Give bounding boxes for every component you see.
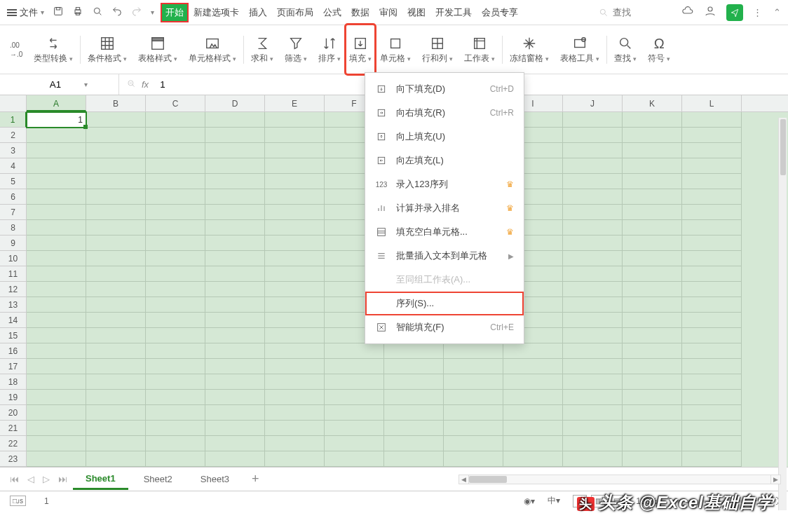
cell[interactable] — [265, 128, 325, 143]
tab-member[interactable]: 会员专享 — [477, 4, 522, 22]
cell[interactable] — [384, 405, 444, 421]
cell[interactable] — [325, 421, 384, 436]
cell[interactable] — [205, 313, 265, 328]
row-header-6[interactable]: 6 — [0, 189, 27, 205]
cell[interactable] — [563, 266, 623, 282]
table-style[interactable]: 表格样式 — [133, 25, 183, 74]
cell[interactable] — [265, 436, 325, 451]
cell[interactable] — [27, 236, 86, 251]
type-convert[interactable]: 类型转换 — [28, 25, 79, 74]
cell[interactable] — [27, 205, 86, 220]
tab-home[interactable]: 开始 — [161, 4, 188, 22]
tab-data[interactable]: 数据 — [347, 4, 374, 22]
cell[interactable] — [623, 390, 682, 405]
file-menu[interactable]: 文件 ▾ — [7, 6, 44, 19]
scroll-left-icon[interactable]: ◀ — [459, 475, 469, 484]
cell[interactable] — [503, 405, 563, 421]
cell[interactable] — [682, 220, 742, 236]
cell[interactable] — [563, 436, 623, 451]
cell[interactable] — [265, 236, 325, 251]
tab-nav-prev[interactable]: ◁ — [25, 474, 37, 484]
fill-button[interactable]: 填充 — [346, 25, 374, 74]
cell[interactable] — [563, 359, 623, 374]
cell[interactable] — [682, 451, 742, 467]
cell[interactable] — [265, 143, 325, 158]
cell[interactable] — [27, 390, 86, 405]
col-header-E[interactable]: E — [265, 95, 325, 111]
menu-item[interactable]: 填充空白单元格...♛ — [365, 220, 524, 244]
cell[interactable] — [682, 359, 742, 374]
cell[interactable] — [563, 128, 623, 143]
row-header-17[interactable]: 17 — [0, 359, 27, 374]
cell[interactable] — [563, 343, 623, 359]
cell[interactable] — [27, 282, 86, 297]
cell[interactable] — [27, 359, 86, 374]
sheet-tab-2[interactable]: Sheet2 — [131, 470, 185, 489]
cell[interactable] — [384, 390, 444, 405]
cell[interactable] — [682, 328, 742, 343]
cell[interactable] — [563, 205, 623, 220]
cell[interactable] — [682, 143, 742, 158]
cell[interactable] — [265, 451, 325, 467]
cell[interactable] — [86, 405, 146, 421]
sheet-tab-3[interactable]: Sheet3 — [188, 470, 242, 489]
cell[interactable] — [86, 143, 146, 158]
row-header-12[interactable]: 12 — [0, 282, 27, 297]
cell[interactable] — [146, 205, 205, 220]
cell[interactable] — [146, 236, 205, 251]
cell[interactable] — [205, 174, 265, 189]
row-header-5[interactable]: 5 — [0, 174, 27, 189]
cell[interactable] — [146, 451, 205, 467]
cell[interactable] — [563, 251, 623, 266]
cell[interactable] — [205, 143, 265, 158]
cell[interactable] — [623, 189, 682, 205]
cell[interactable] — [205, 251, 265, 266]
menu-item[interactable]: 序列(S)... — [365, 292, 524, 315]
cell[interactable] — [265, 313, 325, 328]
row-header-15[interactable]: 15 — [0, 328, 27, 343]
filter[interactable]: 筛选 — [279, 25, 313, 74]
cell[interactable] — [265, 174, 325, 189]
row-header-7[interactable]: 7 — [0, 205, 27, 220]
tab-nav-last[interactable]: ⏭ — [55, 474, 70, 484]
cell[interactable] — [27, 174, 86, 189]
dec-decimal[interactable]: →.0 — [10, 50, 22, 58]
col-header-L[interactable]: L — [682, 95, 742, 111]
cell[interactable] — [86, 343, 146, 359]
cell[interactable] — [623, 112, 682, 128]
cell[interactable] — [623, 128, 682, 143]
table-tools[interactable]: 表格工具 — [555, 25, 605, 74]
cell[interactable] — [205, 390, 265, 405]
cell[interactable] — [503, 390, 563, 405]
cell[interactable] — [563, 421, 623, 436]
cell[interactable] — [146, 390, 205, 405]
cell[interactable] — [205, 112, 265, 128]
cell[interactable] — [86, 390, 146, 405]
cloud-icon[interactable] — [681, 5, 694, 20]
cell[interactable] — [444, 359, 503, 374]
cell[interactable] — [682, 266, 742, 282]
cell[interactable] — [27, 421, 86, 436]
cell[interactable] — [265, 343, 325, 359]
cell[interactable] — [146, 174, 205, 189]
redo-icon[interactable] — [131, 6, 142, 19]
row-header-8[interactable]: 8 — [0, 220, 27, 236]
cell[interactable] — [86, 421, 146, 436]
cell[interactable] — [503, 421, 563, 436]
cell[interactable] — [86, 451, 146, 467]
cell[interactable] — [682, 128, 742, 143]
cell[interactable] — [265, 251, 325, 266]
cell[interactable] — [205, 421, 265, 436]
col-header-A[interactable]: A — [27, 95, 86, 111]
horizontal-scrollbar[interactable]: ◀ ▶ — [458, 475, 781, 484]
cell[interactable] — [205, 220, 265, 236]
cell[interactable] — [325, 436, 384, 451]
menu-item[interactable]: 123录入123序列♛ — [365, 172, 524, 196]
cell[interactable] — [444, 374, 503, 390]
cell[interactable] — [384, 451, 444, 467]
namebox-input[interactable] — [31, 79, 80, 90]
cell[interactable] — [444, 343, 503, 359]
cell[interactable] — [444, 436, 503, 451]
cell[interactable] — [86, 282, 146, 297]
col-header-J[interactable]: J — [563, 95, 623, 111]
